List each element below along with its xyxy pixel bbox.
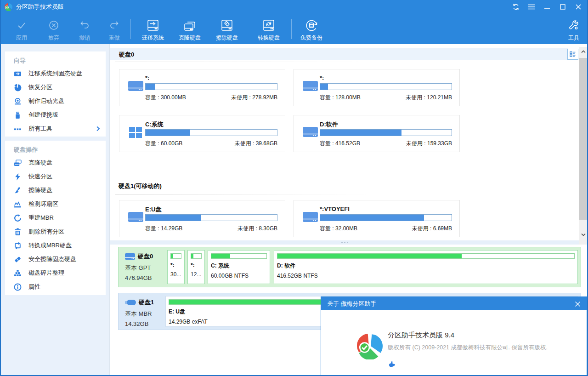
sidebar-item-label: 克隆硬盘: [28, 159, 52, 167]
partition-block-d[interactable]: D: 软件 416.52GB NTFS: [274, 250, 578, 284]
volume-name: *:: [145, 74, 149, 81]
discard-button[interactable]: 放弃: [41, 17, 67, 42]
wipe-disk-button[interactable]: 擦除硬盘: [210, 17, 243, 42]
sidebar-item-all-tools[interactable]: 所有工具: [5, 122, 106, 136]
volume-capacity: 容量 : 300.00MB: [145, 94, 186, 102]
clone-disk-icon: [173, 17, 206, 34]
partition-block[interactable]: *: 12...: [187, 250, 205, 284]
about-dialog-titlebar: 关于 傲梅分区助手: [321, 297, 587, 310]
volume-card-disk0-p2[interactable]: *: 容量 : 128.00MB 未使用 : 120.21MB: [294, 69, 460, 106]
volume-name: E:U盘: [145, 205, 161, 214]
sidebar-item-wipe-disk[interactable]: 擦除硬盘: [5, 183, 106, 197]
disk-icon: [125, 253, 135, 260]
disk0-header-strip: 硬盘0: [110, 48, 568, 60]
sidebar-item-rebuild-mbr[interactable]: 重建MBR: [5, 211, 106, 225]
bootable-disc-icon: [14, 97, 22, 105]
sidebar-item-create-portable[interactable]: 创建便携版: [5, 108, 106, 122]
toolbar-separator-2: [291, 19, 292, 39]
dialog-close-icon[interactable]: [573, 299, 582, 308]
scroll-down-button[interactable]: [579, 230, 587, 239]
info-icon: [14, 283, 22, 291]
sidebar-item-clone-disk[interactable]: 克隆硬盘: [5, 156, 106, 170]
sidebar-item-label: 删除所有分区: [28, 228, 64, 236]
volume-name: C:系统: [145, 120, 164, 129]
wizard-section-title: 向导: [5, 51, 106, 67]
wipe-disk-icon: [210, 17, 243, 34]
volume-card-e-usb[interactable]: E:U盘 容量 : 14.29GB 未使用 : 8.30GB: [119, 200, 285, 237]
disk0-type: 基本 GPT: [125, 264, 165, 272]
divider: [115, 62, 368, 62]
tools-button[interactable]: 工具: [561, 17, 587, 42]
menu-icon[interactable]: [526, 2, 537, 12]
scroll-up-button[interactable]: [579, 47, 587, 56]
partition-usage-bar: [170, 253, 181, 259]
redo-button[interactable]: 重做: [102, 17, 127, 42]
panel-splitter[interactable]: [110, 240, 579, 245]
sidebar-item-check-bad-sectors[interactable]: 检测坏扇区: [5, 197, 106, 211]
sidebar-item-label: 迁移系统到固态硬盘: [28, 69, 82, 78]
vertical-scrollbar[interactable]: [579, 47, 587, 245]
volume-card-disk0-p1[interactable]: *: 容量 : 300.00MB 未使用 : 278.92MB: [119, 69, 285, 106]
volume-unused: 未使用 : 8.30GB: [237, 225, 277, 233]
about-copyright: 版权所有 (C) 2009-2021 成都傲梅科技有限公司. 保留所有版权.: [388, 344, 548, 352]
volume-usage-bar: [145, 129, 277, 136]
windows-logo-icon: [127, 125, 144, 139]
sidebar-item-recover-partition[interactable]: 恢复分区: [5, 80, 106, 94]
sidebar-item-label: 恢复分区: [28, 83, 52, 91]
volume-card-vtoyefi[interactable]: *:VTOYEFI 容量 : 32.00MB 未使用 : 6.69MB: [294, 200, 460, 237]
disk1-type: 基本 MBR: [125, 310, 165, 318]
disk0-row[interactable]: 硬盘0 基本 GPT 476.94GB *: 30... *: 12... C:…: [118, 247, 581, 287]
view-mode-button[interactable]: [567, 49, 578, 60]
disk-volume-icon: [302, 211, 319, 224]
sidebar-item-make-bootable-media[interactable]: 制作启动光盘: [5, 94, 106, 108]
undo-arrow-icon: [72, 17, 97, 34]
sidebar-item-disk-defrag[interactable]: 磁盘碎片整理: [5, 266, 106, 280]
refresh-icon[interactable]: [511, 2, 521, 12]
sidebar-item-quick-partition[interactable]: 快速分区: [5, 170, 106, 183]
disk-volume-icon: [302, 80, 319, 93]
chevron-right-icon: [96, 126, 100, 131]
minimize-icon[interactable]: [542, 2, 552, 12]
wizard-section: 向导 迁移系统到固态硬盘 恢复分区 制作启动光盘 创建便携版: [5, 51, 106, 137]
apply-button[interactable]: 应用: [9, 17, 34, 42]
sidebar-item-label: 重建MBR: [28, 214, 54, 222]
app-logo-icon: [5, 3, 12, 11]
sidebar-item-convert-to-mbr[interactable]: 转换成MBR硬盘: [5, 239, 106, 252]
partition-block-c[interactable]: C: 系统 60.00GB NTFS: [208, 250, 270, 284]
volume-capacity: 容量 : 32.00MB: [320, 225, 357, 233]
toolbar-separator: [130, 19, 131, 39]
hand-pointer-icon[interactable]: [388, 360, 396, 369]
free-backup-button[interactable]: 免费备份: [295, 17, 328, 42]
disk-operations-section: 硬盘操作 克隆硬盘 快速分区 擦除硬盘 检测坏扇区: [5, 141, 106, 295]
clone-disk-button[interactable]: 克隆硬盘: [173, 17, 206, 42]
sidebar-item-label: 磁盘碎片整理: [28, 269, 64, 277]
volume-card-c-system[interactable]: C:系统 容量 : 60.00GB 未使用 : 39.68GB: [119, 115, 285, 152]
convert-disk-button[interactable]: 转换硬盘: [252, 17, 285, 42]
partition-block[interactable]: *: 30...: [167, 250, 185, 284]
maximize-icon[interactable]: [558, 2, 568, 12]
sidebar-item-migrate-os-to-ssd[interactable]: 迁移系统到固态硬盘: [5, 67, 106, 80]
sidebar-item-secure-erase-ssd[interactable]: 安全擦除固态硬盘: [5, 252, 106, 266]
undo-button[interactable]: 撤销: [72, 17, 97, 42]
sidebar-item-properties[interactable]: 属性: [5, 280, 106, 294]
sidebar-item-label: 转换成MBR硬盘: [28, 241, 72, 250]
migrate-os-button[interactable]: 迁移系统: [136, 17, 170, 42]
scrollbar-thumb[interactable]: [579, 58, 587, 220]
divider: [115, 194, 368, 195]
volume-unused: 未使用 : 120.21MB: [406, 94, 452, 102]
volume-card-d-software[interactable]: D:软件 容量 : 416.52GB 未使用 : 159.33GB: [294, 115, 460, 152]
close-icon[interactable]: [573, 2, 583, 12]
apply-check-icon: [9, 17, 34, 34]
usb-stick-icon: [14, 111, 22, 119]
sidebar-item-label: 属性: [28, 283, 40, 291]
partition-usage-bar: [211, 253, 267, 259]
volume-usage-bar: [320, 83, 452, 90]
volume-usage-bar: [145, 83, 277, 90]
volume-capacity: 容量 : 60.00GB: [145, 140, 182, 148]
volume-capacity: 容量 : 416.52GB: [320, 140, 360, 148]
sidebar-item-delete-all-partitions[interactable]: 删除所有分区: [5, 225, 106, 239]
clone-disk-small-icon: [14, 159, 22, 167]
pie-chart-icon: [14, 84, 22, 91]
lightning-icon: [14, 173, 22, 181]
volume-name: *:VTOYEFI: [320, 205, 350, 212]
